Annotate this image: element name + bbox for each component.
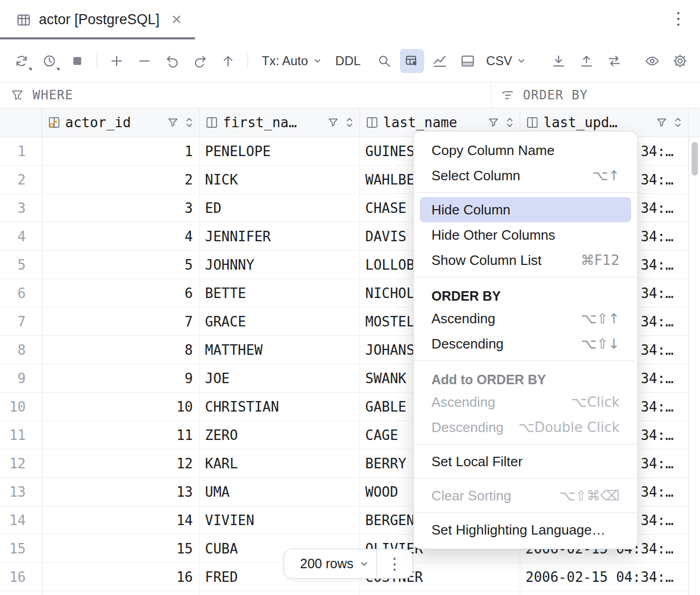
cell-first-name[interactable]: KARL	[200, 449, 360, 478]
column-sort-icon[interactable]	[504, 117, 516, 128]
row-number[interactable]: 7	[0, 307, 42, 336]
column-filter-icon[interactable]	[167, 116, 179, 129]
row-number[interactable]: 10	[0, 393, 42, 421]
column-sort-icon[interactable]	[344, 117, 355, 128]
scrollbar-thumb[interactable]	[692, 142, 698, 176]
menu-item-select-column[interactable]: Select Column⌥↑	[420, 163, 631, 188]
cell-actor-id[interactable]: 14	[42, 506, 200, 535]
cell-first-name[interactable]: JENNIFER	[200, 222, 360, 251]
menu-item-hide-other-columns[interactable]: Hide Other Columns	[420, 222, 631, 248]
rollback-button[interactable]	[188, 49, 212, 73]
column-filter-icon[interactable]	[655, 116, 668, 129]
column-sort-icon[interactable]	[183, 117, 195, 128]
menu-item-hide-column[interactable]: Hide Column	[420, 197, 631, 222]
export-format-dropdown[interactable]: CSV	[480, 49, 533, 73]
search-button[interactable]	[372, 49, 396, 73]
undo-button[interactable]	[160, 49, 184, 73]
cell-actor-id[interactable]: 8	[42, 336, 200, 364]
cell-first-name[interactable]: JOE	[200, 364, 360, 393]
chart-button[interactable]	[428, 49, 452, 73]
stop-button[interactable]	[65, 49, 89, 73]
menu-item-copy-column-name[interactable]: Copy Column Name	[420, 138, 631, 163]
cell-first-name[interactable]: GRACE	[200, 307, 360, 336]
row-number[interactable]: 11	[0, 421, 42, 449]
row-number[interactable]: 14	[0, 506, 42, 535]
cell-first-name[interactable]: JOHNNY	[200, 251, 360, 279]
cell-actor-id[interactable]: 1	[42, 137, 200, 166]
row-number[interactable]: 6	[0, 279, 42, 307]
cell-actor-id[interactable]: 10	[42, 393, 200, 421]
history-button[interactable]	[37, 49, 61, 73]
row-number[interactable]: 3	[0, 194, 42, 222]
tx-mode-dropdown[interactable]: Tx: Auto	[255, 49, 329, 73]
cell-first-name[interactable]: VIVIEN	[200, 506, 360, 535]
settings-button[interactable]	[668, 49, 692, 73]
view-mode-button[interactable]	[400, 49, 424, 73]
import-button[interactable]	[547, 49, 571, 73]
transpose-button[interactable]	[456, 49, 480, 73]
row-number[interactable]: 2	[0, 166, 42, 194]
menu-item-ascending[interactable]: Ascending⌥⇧↑	[420, 306, 631, 331]
cell-actor-id[interactable]: 7	[42, 307, 200, 336]
menu-item-set-highlighting-language[interactable]: Set Highlighting Language…	[420, 517, 631, 542]
menu-item-set-local-filter[interactable]: Set Local Filter	[420, 449, 631, 474]
page-size-dropdown[interactable]: 200 rows	[284, 549, 376, 578]
cell-actor-id[interactable]: 3	[42, 194, 200, 222]
column-header-actor-id[interactable]: actor_id	[42, 108, 200, 137]
preview-button[interactable]	[640, 49, 664, 73]
cell-actor-id[interactable]: 9	[42, 364, 200, 393]
column-filter-icon[interactable]	[487, 116, 500, 129]
tab-actor-postgresql[interactable]: actor [PostgreSQL] ✕	[0, 0, 195, 39]
row-number[interactable]: 13	[0, 478, 42, 506]
cell-first-name[interactable]: NICK	[200, 166, 360, 194]
cell-actor-id[interactable]: 12	[42, 449, 200, 478]
tab-close-icon[interactable]: ✕	[171, 12, 182, 27]
cell-first-name[interactable]: PENELOPE	[200, 137, 360, 166]
cell-actor-id[interactable]: 13	[42, 478, 200, 506]
column-filter-icon[interactable]	[327, 116, 339, 129]
row-number[interactable]: 4	[0, 222, 42, 251]
order-by-field[interactable]: ORDER BY	[491, 83, 700, 108]
row-number[interactable]: 9	[0, 364, 42, 393]
vertical-scrollbar[interactable]	[688, 137, 700, 595]
cell-actor-id[interactable]: 6	[42, 279, 200, 307]
cell-actor-id[interactable]	[42, 591, 200, 595]
column-header-first-name[interactable]: first_na…	[200, 108, 360, 137]
row-number[interactable]: 5	[0, 251, 42, 279]
row-number[interactable]: 8	[0, 336, 42, 364]
row-number[interactable]	[0, 591, 42, 595]
sync-button[interactable]	[602, 49, 626, 73]
menu-item-descending[interactable]: Descending⌥⇧↓	[420, 331, 631, 356]
cell-first-name[interactable]: ZERO	[200, 421, 360, 449]
add-row-button[interactable]	[105, 49, 129, 73]
submit-button[interactable]	[216, 49, 240, 73]
ddl-button[interactable]: DDL	[329, 49, 367, 73]
row-number[interactable]: 12	[0, 449, 42, 478]
cell-first-name[interactable]: ED	[200, 194, 360, 222]
cell-first-name[interactable]: BETTE	[200, 279, 360, 307]
column-sort-icon[interactable]	[672, 117, 684, 128]
cell-last-update[interactable]: 2006-02-15 04:34:…	[520, 563, 688, 591]
delete-row-button[interactable]	[132, 49, 157, 73]
tabbar-more-icon[interactable]: ⋮	[666, 6, 691, 30]
cell-actor-id[interactable]: 16	[42, 563, 200, 591]
cell-actor-id[interactable]: 4	[42, 222, 200, 251]
cell-first-name[interactable]: MATTHEW	[200, 336, 360, 364]
cell-last-update[interactable]	[520, 591, 688, 595]
cell-last-name[interactable]	[360, 591, 520, 595]
row-number[interactable]: 16	[0, 563, 42, 591]
row-number[interactable]: 1	[0, 137, 42, 166]
row-number-header[interactable]	[0, 108, 42, 137]
row-number[interactable]: 15	[0, 535, 42, 563]
cell-actor-id[interactable]: 11	[42, 421, 200, 449]
cell-actor-id[interactable]: 15	[42, 535, 200, 563]
cell-actor-id[interactable]: 2	[42, 166, 200, 194]
export-button[interactable]	[574, 49, 599, 73]
where-filter-field[interactable]: WHERE	[0, 83, 491, 108]
cell-actor-id[interactable]: 5	[42, 251, 200, 279]
cell-first-name[interactable]	[200, 591, 360, 595]
cell-first-name[interactable]: CHRISTIAN	[200, 393, 360, 421]
refresh-button[interactable]	[9, 49, 34, 73]
cell-first-name[interactable]: UMA	[200, 478, 360, 506]
menu-item-show-column-list[interactable]: Show Column List⌘F12	[420, 248, 631, 273]
